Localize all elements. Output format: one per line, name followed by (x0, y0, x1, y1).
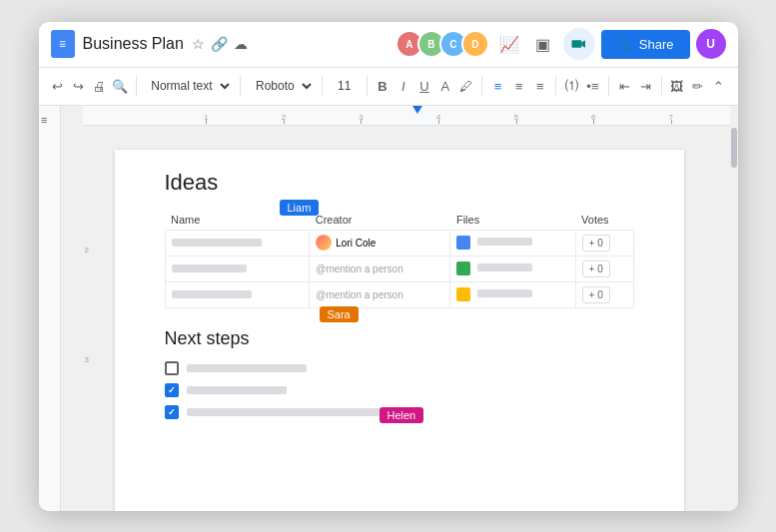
document-title[interactable]: Business Plan (83, 35, 184, 53)
scroll-area[interactable]: 1 2 3 4 5 6 7 2 3 Liam (61, 106, 738, 511)
file-icon-blue-1 (456, 236, 470, 250)
align-left-btn[interactable]: ≡ (489, 74, 506, 98)
files-cell-1 (450, 230, 575, 256)
toolbar-right: A B C D 📈 ▣ 👤 Share U (395, 28, 726, 60)
font-style-select[interactable]: Normal text (143, 74, 233, 98)
ruler-tick-2: 2 (245, 113, 323, 122)
ruler-tick-1: 1 (168, 113, 246, 122)
checklist-bar-1 (187, 364, 307, 372)
slides-icon-btn[interactable]: ▣ (529, 30, 557, 58)
expand-btn[interactable]: ⌃ (710, 74, 727, 98)
separator-8 (661, 76, 662, 96)
avatar-4[interactable]: D (461, 30, 489, 58)
spell-check-btn[interactable]: 🔍 (112, 74, 129, 98)
table-row: Lori Cole + 0 (165, 230, 633, 256)
mention-text-2[interactable]: @mention a person (316, 264, 402, 274)
draw-btn[interactable]: ✏ (689, 74, 706, 98)
creator-avatar-1 (316, 235, 332, 251)
ruler-cursor (412, 106, 422, 125)
file-bar-1 (477, 238, 532, 246)
drive-icon[interactable]: 🔗 (211, 36, 228, 52)
bold-btn[interactable]: B (374, 74, 390, 98)
votes-cell-1: + 0 (575, 230, 633, 256)
numbered-list-btn[interactable]: ⑴ (563, 74, 580, 98)
table-row: @mention a person + 0 (165, 256, 633, 281)
ruler-tick-5: 5 (477, 113, 555, 122)
share-button[interactable]: 👤 Share (601, 30, 690, 59)
cloud-icon[interactable]: ☁ (234, 36, 248, 52)
mention-text-3[interactable]: @mention a person (316, 289, 402, 300)
current-user-avatar[interactable]: U (696, 29, 726, 59)
checkbox-2[interactable] (165, 383, 179, 397)
separator-1 (136, 76, 137, 96)
creator-name-1: Lori Cole (336, 238, 376, 249)
liam-cursor-label: Liam (280, 200, 320, 216)
outline-icon[interactable]: ≡ (41, 114, 57, 130)
next-steps-section: Next steps (165, 328, 634, 419)
separator-5 (481, 76, 482, 96)
ideas-table: Name Creator Files Votes (165, 210, 634, 308)
sara-cursor-label: Sara (320, 306, 359, 322)
file-icon-yellow-3 (456, 287, 470, 301)
vote-btn-3[interactable]: + 0 (582, 286, 610, 303)
scrollbar-thumb[interactable] (731, 128, 737, 168)
image-btn[interactable]: 🖼 (668, 74, 685, 98)
undo-btn[interactable]: ↩ (49, 74, 66, 98)
underline-btn[interactable]: U (415, 74, 432, 98)
formatting-toolbar: ↩ ↪ 🖨 🔍 Normal text Roboto B I U A 🖊 ≡ ≡… (39, 68, 738, 106)
star-icon[interactable]: ☆ (192, 36, 205, 52)
name-cell-3 (165, 281, 310, 307)
creator-cell-1[interactable]: Lori Cole (310, 230, 450, 256)
indent-more-btn[interactable]: ⇥ (637, 74, 654, 98)
vertical-scrollbar[interactable] (730, 106, 738, 511)
content-area: ≡ 1 2 3 4 5 6 7 2 (39, 106, 738, 511)
share-label: Share (639, 37, 674, 52)
sidebar-panel: ≡ (39, 106, 61, 511)
helen-cursor-label: Helen (380, 407, 424, 423)
name-bar-3 (172, 290, 252, 298)
trending-icon-btn[interactable]: 📈 (495, 30, 523, 58)
name-cell-2 (165, 256, 310, 281)
bulleted-list-btn[interactable]: •≡ (584, 74, 601, 98)
font-size-input[interactable] (330, 74, 360, 98)
separator-6 (555, 76, 556, 96)
vote-btn-2[interactable]: + 0 (582, 261, 610, 277)
vote-btn-1[interactable]: + 0 (582, 235, 610, 252)
indent-less-btn[interactable]: ⇤ (616, 74, 633, 98)
checklist-bar-3 (187, 408, 406, 416)
files-cell-2 (450, 256, 575, 281)
name-bar-2 (172, 265, 247, 272)
google-meet-btn[interactable] (563, 28, 595, 60)
app-window: Business Plan ☆ 🔗 ☁ A B C D 📈 ▣ � (39, 22, 738, 511)
ruler-tick-6: 6 (554, 113, 632, 122)
print-btn[interactable]: 🖨 (91, 74, 108, 98)
col-header-creator: Creator (310, 210, 450, 231)
name-cell-1 (165, 230, 310, 256)
font-family-select[interactable]: Roboto (248, 74, 315, 98)
list-item (165, 383, 634, 397)
redo-btn[interactable]: ↪ (70, 74, 87, 98)
list-item (165, 361, 634, 375)
highlight-btn[interactable]: 🖊 (457, 74, 474, 98)
separator-2 (240, 76, 241, 96)
italic-btn[interactable]: I (394, 74, 411, 98)
page-marker-3: 3 (85, 355, 89, 364)
separator-3 (322, 76, 323, 96)
creator-cell-2[interactable]: @mention a person (310, 256, 450, 281)
checkbox-3[interactable] (165, 405, 179, 419)
align-center-btn[interactable]: ≡ (510, 74, 527, 98)
col-header-votes: Votes (575, 210, 633, 231)
checklist-bar-2 (187, 386, 287, 394)
votes-cell-2: + 0 (575, 256, 633, 281)
title-icons: ☆ 🔗 ☁ (192, 36, 248, 52)
doc-icon (51, 30, 75, 58)
titlebar: Business Plan ☆ 🔗 ☁ A B C D 📈 ▣ � (39, 22, 738, 68)
document-page[interactable]: Liam Sara Helen Ideas Name Creator Files… (115, 150, 684, 511)
align-right-btn[interactable]: ≡ (531, 74, 548, 98)
ruler-tick-3: 3 (323, 113, 400, 122)
table-row: @mention a person + 0 (165, 281, 633, 307)
creator-cell-3[interactable]: @mention a person (310, 281, 450, 307)
text-color-btn[interactable]: A (436, 74, 453, 98)
checkbox-1[interactable] (165, 361, 179, 375)
file-icon-green-2 (456, 262, 470, 275)
